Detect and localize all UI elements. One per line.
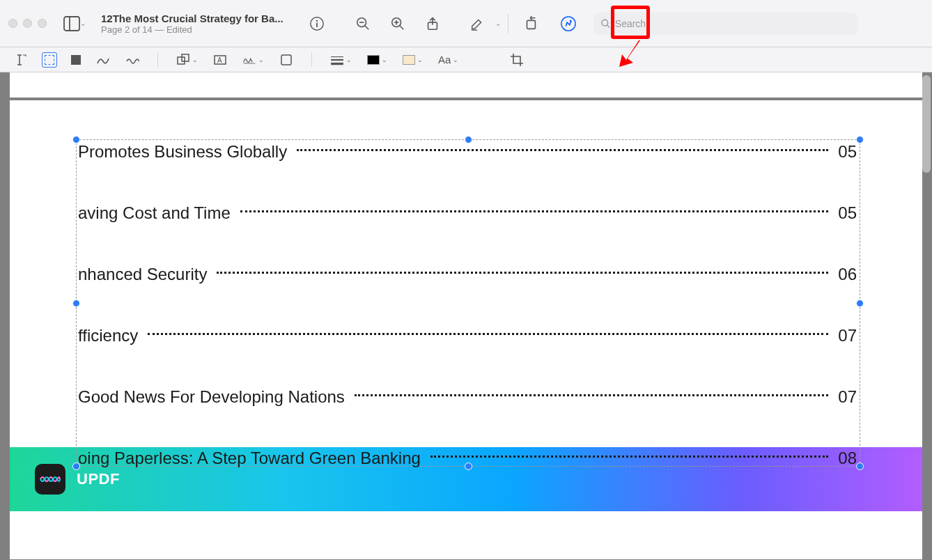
chevron-down-icon: ⌄	[453, 56, 458, 63]
toc-page-number: 07	[838, 387, 857, 407]
zoom-out-button[interactable]	[348, 8, 378, 39]
markup-toolbar: ⌄ A ⌄ ⌄ ⌄ ⌄ Aa⌄	[0, 47, 932, 72]
crop-button[interactable]	[508, 52, 525, 68]
textbox-icon: A	[213, 53, 227, 67]
zoom-in-icon	[390, 16, 405, 31]
shapes-icon	[176, 53, 190, 67]
wave-icon	[125, 53, 139, 67]
toc-leader	[355, 394, 828, 396]
maximize-window-button[interactable]	[38, 19, 47, 28]
textbox-button[interactable]: A	[212, 52, 228, 68]
markup-pen-icon	[558, 13, 579, 34]
resize-handle-mr[interactable]	[856, 300, 864, 307]
text-style-button[interactable]: Aa⌄	[437, 52, 460, 67]
svg-rect-19	[182, 54, 189, 61]
search-input[interactable]	[615, 18, 851, 29]
svg-line-6	[364, 25, 368, 29]
chevron-down-icon: ⌄	[80, 20, 86, 27]
close-window-button[interactable]	[8, 19, 17, 28]
filled-rect-icon	[71, 55, 81, 65]
sidebar-toggle-button[interactable]: ⌄	[61, 13, 88, 34]
chevron-down-icon: ⌄	[192, 56, 198, 63]
vertical-scrollbar[interactable]	[922, 75, 931, 173]
chevron-down-icon: ⌄	[346, 56, 352, 63]
toc-row: Good News For Developing Nations 07	[78, 387, 857, 407]
border-color-button[interactable]: ⌄	[366, 54, 389, 66]
zoom-out-icon	[355, 16, 371, 31]
svg-point-3	[316, 20, 318, 21]
signature-icon	[242, 53, 256, 67]
updf-logo-icon	[35, 464, 65, 495]
markup-button[interactable]	[553, 8, 584, 39]
sidebar-icon	[63, 16, 80, 31]
rotate-icon	[523, 16, 538, 31]
sketch-tool-button[interactable]	[95, 52, 111, 68]
zoom-in-button[interactable]	[382, 8, 413, 39]
toc-row: nhanced Security 06	[78, 265, 857, 284]
svg-rect-0	[64, 17, 79, 31]
text-tool-button[interactable]	[13, 52, 29, 68]
chevron-down-icon[interactable]: ⌄	[495, 20, 501, 27]
toc-row: Promotes Business Globally 05	[78, 142, 857, 162]
document-canvas[interactable]: Promotes Business Globally 05 aving Cost…	[10, 72, 922, 560]
toc-title: Good News For Developing Nations	[78, 387, 345, 407]
toc-leader	[148, 332, 828, 335]
minimize-window-button[interactable]	[23, 19, 32, 28]
page-edge-bottom	[10, 511, 922, 559]
toc-page-number: 08	[838, 449, 857, 468]
text-cursor-icon	[14, 53, 28, 67]
document-title-block: 12The Most Crucial Strategy for Ba... Pa…	[101, 13, 284, 35]
svg-text:A: A	[217, 56, 222, 64]
highlight-button[interactable]	[462, 8, 492, 39]
updf-brand-label: UPDF	[77, 470, 120, 488]
highlight-pen-icon	[469, 16, 485, 31]
page-edge-top	[10, 72, 922, 98]
rotate-button[interactable]	[515, 8, 546, 39]
svg-line-17	[607, 24, 609, 27]
svg-rect-4	[316, 22, 318, 26]
search-icon	[600, 18, 611, 29]
toc-row: fficiency 07	[78, 326, 857, 345]
draw-tool-button[interactable]	[124, 52, 141, 68]
document-page: Promotes Business Globally 05 aving Cost…	[10, 100, 922, 447]
cream-swatch-icon	[403, 55, 415, 65]
window-controls	[8, 19, 47, 28]
info-button[interactable]	[302, 8, 332, 39]
svg-rect-23	[281, 55, 291, 65]
line-style-button[interactable]: ⌄	[329, 52, 353, 68]
toc-row: aving Cost and Time 05	[78, 203, 857, 223]
note-button[interactable]	[278, 52, 295, 68]
toc-leader	[240, 210, 829, 212]
crop-icon	[510, 53, 524, 67]
share-button[interactable]	[417, 8, 448, 39]
toc-title: aving Cost and Time	[78, 203, 231, 223]
selection-tool-button[interactable]	[42, 52, 57, 68]
toolbar-divider	[508, 14, 508, 33]
table-of-contents: Promotes Business Globally 05 aving Cost…	[78, 142, 857, 468]
toc-page-number: 05	[838, 203, 857, 223]
toolbar-divider	[311, 53, 312, 67]
toc-leader	[297, 148, 828, 151]
resize-handle-tr[interactable]	[856, 136, 864, 143]
sign-button[interactable]: ⌄	[241, 52, 265, 68]
toc-leader	[217, 271, 828, 274]
selection-rect-icon	[45, 55, 54, 65]
shapes-button[interactable]: ⌄	[175, 52, 199, 68]
info-icon	[309, 16, 325, 31]
svg-rect-14	[527, 20, 535, 29]
redact-tool-button[interactable]	[70, 54, 82, 66]
chevron-down-icon: ⌄	[382, 56, 387, 63]
main-toolbar: ⌄ 12The Most Crucial Strategy for Ba... …	[0, 0, 932, 47]
toc-page-number: 06	[838, 265, 857, 284]
svg-rect-18	[178, 57, 185, 64]
svg-line-9	[399, 25, 403, 29]
fill-color-button[interactable]: ⌄	[401, 54, 424, 66]
lines-icon	[330, 53, 344, 67]
black-swatch-icon	[367, 55, 380, 65]
toolbar-divider	[157, 53, 158, 67]
toc-page-number: 07	[838, 326, 857, 345]
search-field[interactable]	[593, 13, 858, 35]
toc-title: nhanced Security	[78, 265, 207, 284]
toc-title: oing Paperless: A Step Toward Green Bank…	[78, 449, 421, 468]
note-icon	[279, 53, 293, 67]
